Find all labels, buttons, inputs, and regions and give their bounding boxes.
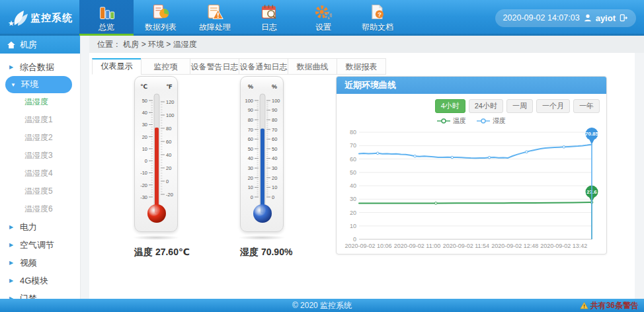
nav-item-help-doc[interactable]: ?帮助文档 [350, 0, 405, 36]
sidebar-leaf-2[interactable]: 温湿度 [0, 93, 80, 111]
svg-text:10: 10 [248, 184, 253, 190]
sidebar-root[interactable]: 机房 [0, 36, 80, 54]
svg-text:0: 0 [353, 236, 356, 243]
person-icon [583, 13, 592, 22]
range-button-3[interactable]: 一个月 [536, 99, 570, 113]
footer-warning[interactable]: 共有36条警告 [580, 299, 639, 312]
sidebar-leaf-6[interactable]: 温湿度4 [0, 165, 80, 182]
chart-legend: 温度湿度 [337, 116, 606, 126]
sidebar-group-11[interactable]: ▶视频 [0, 254, 80, 272]
gauge-humidity: %%10090807060504030201001009080706050403… [240, 76, 333, 258]
svg-text:40: 40 [272, 155, 277, 161]
svg-text:30: 30 [272, 165, 277, 171]
tab-1[interactable]: 监控项 [141, 58, 190, 75]
sidebar-leaf-5[interactable]: 温湿度3 [0, 147, 80, 165]
sidebar-leaf-3[interactable]: 温湿度1 [0, 111, 80, 129]
header-datetime: 2020-09-02 14:07:03 [503, 13, 580, 22]
svg-text:60: 60 [166, 139, 171, 145]
svg-text:80: 80 [166, 126, 171, 132]
svg-text:50: 50 [272, 146, 277, 152]
sidebar-group-1[interactable]: ▼环境 [5, 76, 72, 93]
legend-label: 湿度 [493, 116, 506, 126]
svg-text:100: 100 [245, 98, 253, 104]
svg-text:-10: -10 [140, 170, 147, 176]
svg-text:30: 30 [350, 196, 356, 202]
tab-bar: 仪表显示监控项设备警告日志设备通知日志数据曲线数据报表 [93, 58, 386, 75]
sidebar-group-10[interactable]: ▶空气调节 [0, 236, 80, 254]
thermometer-humidity: %%10090807060504030201001009080706050403… [240, 76, 284, 232]
svg-text:50: 50 [142, 98, 147, 104]
range-button-4[interactable]: 一年 [573, 99, 600, 113]
sidebar-leaf-8[interactable]: 温湿度6 [0, 200, 80, 218]
legend-marker-icon [437, 118, 450, 124]
nav-item-log-calendar[interactable]: 日志 [242, 0, 296, 36]
svg-text:%: % [248, 83, 253, 90]
svg-text:10: 10 [272, 184, 277, 190]
app-title: 监控系统 [30, 12, 73, 24]
svg-text:℃: ℃ [140, 83, 147, 90]
range-button-0[interactable]: 4小时 [435, 99, 465, 113]
top-header: ★ 监控系统 总览数据列表故障处理日志设置?帮助文档 2020-09-02 14… [0, 0, 644, 36]
nav-item-data-list[interactable]: 数据列表 [134, 0, 188, 36]
nav-item-settings-gear[interactable]: 设置 [296, 0, 350, 36]
svg-text:-30: -30 [140, 194, 147, 200]
svg-text:20: 20 [272, 175, 277, 181]
help-doc-icon: ? [368, 3, 387, 21]
footer-copyright: © 2020 监控系统 [0, 299, 644, 312]
svg-text:2020-09-02 11:54: 2020-09-02 11:54 [443, 243, 489, 249]
legend-marker-icon [477, 118, 490, 124]
sidebar-leaf-7[interactable]: 温湿度5 [0, 182, 80, 200]
range-button-1[interactable]: 24小时 [469, 99, 503, 113]
logout-icon[interactable] [619, 13, 628, 22]
svg-text:2020-09-02 10:06: 2020-09-02 10:06 [345, 243, 392, 249]
range-button-2[interactable]: 一周 [506, 99, 533, 113]
nav-item-fault-handling[interactable]: 故障处理 [188, 0, 242, 36]
svg-text:120: 120 [166, 99, 175, 105]
svg-text:2020-09-02 12:48: 2020-09-02 12:48 [491, 243, 538, 249]
home-icon [7, 40, 16, 50]
thermometer-temperature: ℃℉50403020100-10-20-30120100806040200-20 [134, 76, 178, 232]
header-username: ayiot [596, 13, 616, 23]
svg-text:70.85: 70.85 [585, 131, 599, 137]
svg-text:2020-09-02 11:00: 2020-09-02 11:00 [394, 243, 440, 249]
user-pill[interactable]: 2020-09-02 14:07:03 ayiot [495, 9, 636, 27]
tab-2[interactable]: 设备警告日志 [190, 58, 239, 75]
tab-3[interactable]: 设备通知日志 [239, 58, 288, 75]
svg-text:?: ? [378, 11, 382, 18]
sidebar-group-9[interactable]: ▶电力 [0, 218, 80, 236]
sidebar-leaf-4[interactable]: 温湿度2 [0, 129, 80, 147]
caret-right-icon: ▶ [9, 278, 15, 284]
svg-text:40: 40 [166, 152, 171, 158]
gauge-shadow [132, 235, 180, 240]
chart-panel: 近期环境曲线 4小时24小时一周一个月一年 温度湿度 0102030405060… [336, 76, 607, 254]
caret-right-icon: ▶ [9, 260, 15, 266]
svg-text:40: 40 [248, 155, 253, 161]
sidebar-item-label: 温湿度4 [24, 168, 53, 179]
gauge-reading-humidity: 湿度 70.90% [240, 247, 333, 258]
caret-right-icon: ▶ [9, 64, 15, 70]
breadcrumb-label: 位置： [97, 40, 121, 49]
sidebar-group-0[interactable]: ▶综合数据 [0, 58, 80, 76]
svg-text:80: 80 [350, 129, 356, 136]
legend-item-0[interactable]: 温度 [437, 116, 466, 126]
nav-item-bar-chart[interactable]: 总览 [79, 0, 134, 36]
svg-text:0: 0 [145, 158, 147, 164]
caret-down-icon: ▼ [11, 82, 17, 88]
tab-0[interactable]: 仪表显示 [92, 58, 141, 75]
svg-text:-20: -20 [166, 192, 173, 198]
svg-text:20: 20 [248, 175, 253, 181]
tab-5[interactable]: 数据报表 [337, 58, 386, 75]
top-nav: 总览数据列表故障处理日志设置?帮助文档 [79, 0, 405, 36]
svg-text:★: ★ [8, 19, 15, 27]
svg-text:90: 90 [272, 107, 277, 113]
logo-icon: ★ [7, 8, 29, 28]
sidebar-root-label: 机房 [20, 39, 37, 51]
fault-handling-icon [206, 3, 224, 21]
caret-right-icon: ▶ [9, 224, 15, 230]
nav-item-label: 总览 [99, 22, 114, 33]
legend-item-1[interactable]: 湿度 [477, 116, 506, 126]
sidebar-item-label: 温湿度5 [24, 186, 53, 197]
sidebar-group-12[interactable]: ▶4G模块 [0, 272, 80, 290]
tab-4[interactable]: 数据曲线 [288, 58, 337, 75]
svg-text:30: 30 [142, 122, 147, 128]
